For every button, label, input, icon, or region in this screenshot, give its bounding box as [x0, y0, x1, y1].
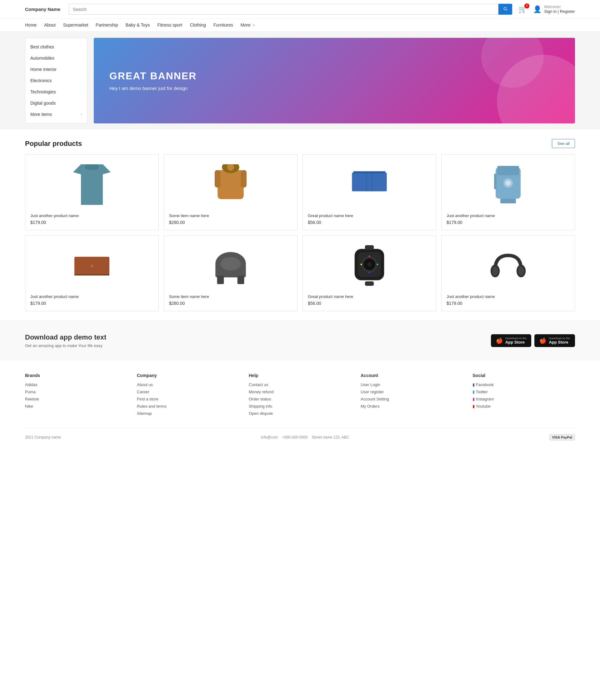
svg-rect-22: [217, 276, 224, 284]
footer-link-contact[interactable]: Contact us: [249, 382, 351, 387]
product-price: $280.00: [169, 220, 292, 225]
product-card[interactable]: Great product name here $56.00: [303, 154, 436, 230]
footer-link-order-status[interactable]: Order status: [249, 397, 351, 401]
footer-link-user-login[interactable]: User Login: [361, 382, 463, 387]
sidebar-item-digital-goods[interactable]: Digital goods: [25, 97, 87, 109]
company-logo[interactable]: Company Name: [25, 6, 63, 12]
apple-icon: 🍎: [496, 338, 503, 344]
nav-baby-toys[interactable]: Baby & Toys: [126, 23, 150, 27]
product-card[interactable]: Just another product name $179.00: [25, 235, 159, 311]
download-section: Download app demo text Get an amazing ap…: [0, 321, 600, 360]
product-image: [169, 159, 292, 209]
copyright: 2021 Company name: [25, 435, 61, 440]
footer-link-about-us[interactable]: About us: [137, 382, 239, 387]
product-price: $179.00: [447, 220, 570, 225]
nav-home[interactable]: Home: [25, 23, 37, 27]
footer-link-facebook[interactable]: ▮ Facebook: [473, 382, 575, 387]
product-name: Just another product name: [447, 294, 570, 299]
see-all-button[interactable]: See all: [552, 139, 575, 148]
sidebar-item-electronics[interactable]: Electronics: [25, 75, 87, 86]
nav-clothing[interactable]: Clothing: [190, 23, 206, 27]
footer-social: Social ▮ Facebook ▮ Twitter ▮ Instagram …: [473, 373, 575, 418]
footer-link-find-store[interactable]: Find a store: [137, 397, 239, 401]
svg-rect-32: [365, 281, 374, 286]
footer-link-dispute[interactable]: Open dispute: [249, 411, 351, 416]
footer-link-career[interactable]: Career: [137, 390, 239, 394]
svg-point-40: [518, 267, 524, 275]
product-name: Just another product name: [30, 213, 153, 218]
nav-about[interactable]: About: [44, 23, 56, 27]
footer-link-shipping[interactable]: Shipping info: [249, 404, 351, 408]
user-icon: 👤: [533, 5, 542, 14]
svg-rect-8: [354, 171, 386, 173]
svg-rect-18: [74, 274, 110, 275]
app-store-button-1[interactable]: 🍎 Download on the App Store: [491, 334, 532, 347]
footer-columns: Brands Adidas Puma Reebok Nike Company A…: [25, 373, 575, 428]
footer-link-puma[interactable]: Puma: [25, 390, 127, 394]
products-grid: Just another product name $179.00 Some i…: [25, 154, 575, 311]
hero-banner[interactable]: GREAT BANNER Hey I am demo banner just f…: [94, 38, 575, 123]
sidebar-item-best-clothes[interactable]: Best clothes: [25, 41, 87, 52]
product-image: [169, 241, 292, 291]
footer-link-my-orders[interactable]: My Orders: [361, 404, 463, 408]
products-section-header: Popular products See all: [25, 139, 575, 148]
product-card[interactable]: Just another product name $179.00: [441, 235, 575, 311]
product-price: $56.00: [308, 301, 431, 306]
footer-link-rules[interactable]: Rules and terms: [137, 404, 239, 408]
svg-rect-23: [238, 276, 244, 284]
nav-fitness[interactable]: Fitness sport: [157, 23, 182, 27]
product-image: [30, 159, 153, 209]
sidebar-item-home-interior[interactable]: Home interior: [25, 64, 87, 75]
footer-link-twitter[interactable]: ▮ Twitter: [473, 390, 575, 394]
footer-link-adidas[interactable]: Adidas: [25, 382, 127, 387]
twitter-icon: ▮: [473, 390, 475, 394]
product-card[interactable]: Some item name here $280.00: [164, 154, 297, 230]
search-bar: [69, 4, 512, 15]
search-button[interactable]: [499, 4, 512, 15]
footer-link-nike[interactable]: Nike: [25, 404, 127, 408]
download-title: Download app demo text: [25, 333, 106, 342]
footer-account-title: Account: [361, 373, 463, 378]
svg-point-15: [506, 180, 511, 185]
download-subtitle: Get an amazing app to make Your life eas…: [25, 343, 106, 348]
nav-supermarket[interactable]: Supermarket: [63, 23, 88, 27]
product-name: Some item name here: [169, 213, 292, 218]
youtube-icon: ▮: [473, 404, 475, 408]
footer-link-instagram[interactable]: ▮ Instagram: [473, 397, 575, 401]
sidebar-item-automobiles[interactable]: Automobiles: [25, 52, 87, 64]
product-image: [30, 241, 153, 291]
sign-in-link[interactable]: Sign in | Register: [544, 9, 575, 14]
svg-rect-7: [352, 172, 387, 191]
svg-point-33: [369, 255, 370, 257]
product-card[interactable]: Great product name here $56.00: [303, 235, 436, 311]
search-input[interactable]: [69, 4, 499, 15]
product-card[interactable]: Just another product name $179.00: [441, 154, 575, 230]
footer-link-sitemap[interactable]: Sitemap: [137, 411, 239, 416]
product-card[interactable]: Just another product name $179.00: [25, 154, 159, 230]
footer-link-account-setting[interactable]: Account Setting: [361, 397, 463, 401]
sidebar-item-more-items[interactable]: More items ›: [25, 109, 87, 120]
sidebar-item-technologies[interactable]: Technologies: [25, 86, 87, 97]
svg-rect-1: [85, 164, 99, 170]
nav-partnership[interactable]: Partnership: [96, 23, 118, 27]
app-store-button-2[interactable]: 🍎 Download on the App Store: [534, 334, 575, 347]
footer-link-user-register[interactable]: User register: [361, 390, 463, 394]
nav-more[interactable]: More: [241, 23, 256, 27]
svg-marker-0: [73, 164, 111, 205]
app-buttons: 🍎 Download on the App Store 🍎 Download o…: [491, 334, 575, 347]
svg-point-24: [221, 257, 241, 271]
product-name: Just another product name: [447, 213, 570, 218]
cart-icon[interactable]: 🛒 0: [519, 5, 527, 14]
hero-section: Best clothes Automobiles Home interior E…: [0, 31, 600, 130]
footer-link-youtube[interactable]: ▮ Youtube: [473, 404, 575, 408]
footer-link-refund[interactable]: Money refund: [249, 390, 351, 394]
product-image: [308, 159, 431, 209]
nav-furnitures[interactable]: Furnitures: [213, 23, 233, 27]
product-price: $280.00: [169, 301, 292, 306]
footer-bottom: 2021 Company name info@com +000-000-0000…: [25, 428, 575, 441]
product-price: $179.00: [30, 301, 153, 306]
banner-title: GREAT BANNER: [110, 70, 559, 82]
product-card[interactable]: Some item name here $280.00: [164, 235, 297, 311]
payment-icons: VISA PayPal: [549, 434, 575, 441]
footer-link-reebok[interactable]: Reebok: [25, 397, 127, 401]
